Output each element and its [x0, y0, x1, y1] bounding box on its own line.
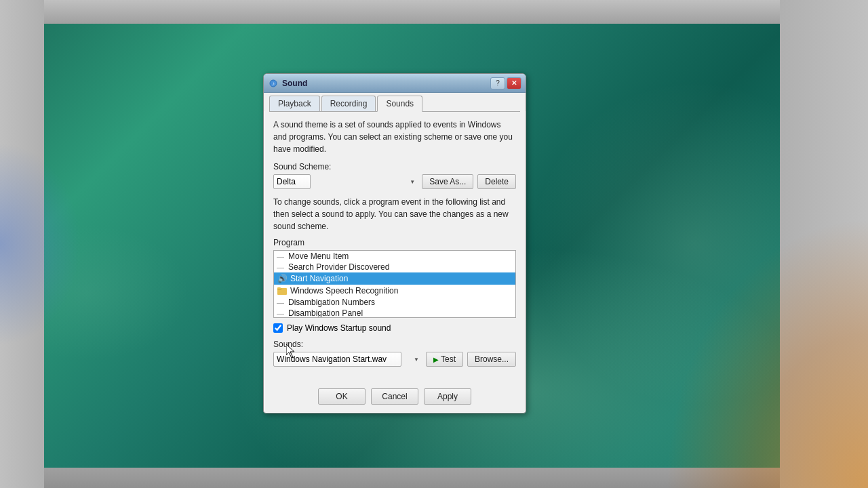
test-button[interactable]: ▶ Test	[426, 352, 463, 367]
title-bar-buttons: ? ✕	[490, 77, 521, 89]
save-as-button[interactable]: Save As...	[422, 174, 473, 189]
startup-sound-checkbox[interactable]	[273, 323, 283, 333]
svg-text:♪: ♪	[272, 81, 275, 87]
item-label: Start Navigation	[290, 274, 348, 283]
close-button[interactable]: ✕	[507, 77, 521, 89]
scheme-dropdown-wrapper: Delta	[273, 174, 418, 189]
cancel-button[interactable]: Cancel	[371, 388, 418, 405]
checkbox-row: Play Windows Startup sound	[273, 323, 516, 333]
delete-button[interactable]: Delete	[477, 174, 516, 189]
item-label: Search Provider Discovered	[288, 262, 389, 272]
item-label: Move Menu Item	[288, 251, 349, 261]
sound-dialog: ♪ Sound ? ✕ Playback Recording Sounds	[263, 73, 526, 413]
item-label: Disambigation Panel	[288, 308, 363, 318]
ok-button[interactable]: OK	[318, 388, 366, 405]
program-list[interactable]: — Move Menu Item — Search Provider Disco…	[273, 250, 516, 318]
sounds-label: Sounds:	[273, 340, 516, 349]
scheme-dropdown[interactable]: Delta	[273, 174, 311, 189]
tab-sounds[interactable]: Sounds	[377, 96, 422, 112]
tabs-bar: Playback Recording Sounds	[264, 93, 526, 111]
sounds-row: Windows Navigation Start.wav ▶ Test Brow…	[273, 352, 516, 367]
list-item[interactable]: — Disambigation Panel	[274, 308, 515, 318]
svg-rect-4	[277, 287, 281, 289]
dialog-content: A sound theme is a set of sounds applied…	[264, 112, 526, 383]
tab-recording[interactable]: Recording	[321, 96, 376, 111]
title-bar: ♪ Sound ? ✕	[264, 74, 526, 93]
sound-file-wrapper: Windows Navigation Start.wav	[273, 352, 422, 367]
instruction-text: To change sounds, click a program event …	[273, 196, 516, 232]
desktop-accent	[0, 142, 81, 346]
help-button[interactable]: ?	[490, 77, 505, 89]
monitor-border-right	[780, 0, 868, 488]
item-label: Disambigation Numbers	[288, 298, 375, 307]
item-label: Windows Speech Recognition	[290, 286, 398, 296]
dialog-icon: ♪	[268, 78, 279, 89]
item-dash: —	[277, 252, 284, 260]
list-item[interactable]: — Disambigation Numbers	[274, 297, 515, 308]
list-item[interactable]: — Search Provider Discovered	[274, 262, 515, 272]
list-item[interactable]: Windows Speech Recognition	[274, 285, 515, 297]
item-dash: —	[277, 263, 284, 271]
speaker-icon: 🔊	[277, 273, 288, 284]
list-item-selected[interactable]: 🔊 Start Navigation	[274, 272, 515, 285]
item-dash: —	[277, 309, 284, 317]
monitor-border-top	[0, 0, 868, 24]
startup-sound-label: Play Windows Startup sound	[287, 323, 391, 333]
dialog-bottom: OK Cancel Apply	[264, 383, 526, 413]
folder-icon	[277, 285, 288, 296]
monitor-border-bottom	[0, 468, 868, 488]
test-label: Test	[441, 354, 456, 364]
scheme-row: Delta Save As... Delete	[273, 174, 516, 189]
apply-button[interactable]: Apply	[424, 388, 471, 405]
item-dash: —	[277, 298, 284, 306]
tab-playback[interactable]: Playback	[269, 96, 320, 111]
description-text: A sound theme is a set of sounds applied…	[273, 119, 516, 155]
desktop: ♪ Sound ? ✕ Playback Recording Sounds	[0, 0, 868, 488]
program-label: Program	[273, 238, 516, 247]
play-icon: ▶	[433, 356, 439, 363]
browse-button[interactable]: Browse...	[467, 352, 516, 367]
scheme-label: Sound Scheme:	[273, 162, 516, 171]
list-item[interactable]: — Move Menu Item	[274, 251, 515, 262]
sound-file-dropdown[interactable]: Windows Navigation Start.wav	[273, 352, 401, 367]
dialog-title: Sound	[282, 79, 490, 88]
